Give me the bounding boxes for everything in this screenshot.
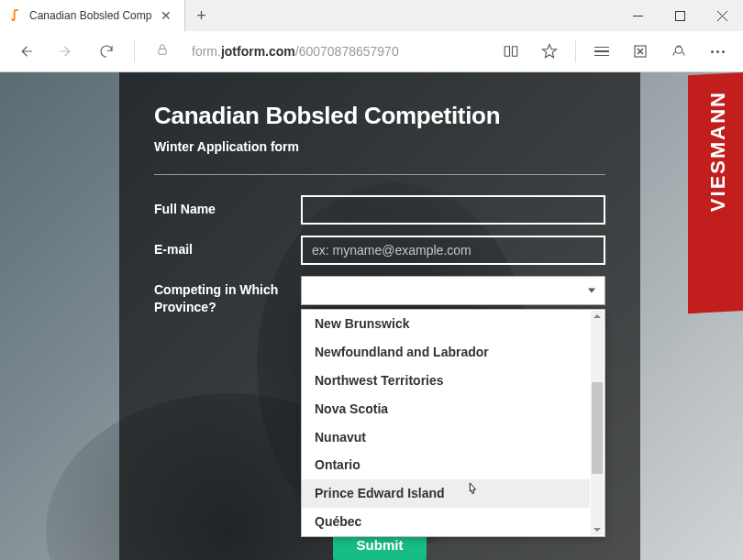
share-icon[interactable] xyxy=(660,33,697,70)
province-option[interactable]: Nunavut xyxy=(302,423,590,452)
scroll-thumb[interactable] xyxy=(592,382,603,474)
province-option[interactable]: Northwest Territories xyxy=(302,367,590,395)
dropdown-scrollbar[interactable] xyxy=(591,311,604,535)
province-label: Competing in Which Province? xyxy=(154,276,301,316)
lock-icon xyxy=(156,43,169,60)
scroll-down-icon[interactable] xyxy=(593,528,601,532)
full-name-label: Full Name xyxy=(154,195,301,218)
form-row-province: Competing in Which Province? New Brunswi… xyxy=(154,276,605,316)
form-card: Canadian Bobsled Competition Winter Appl… xyxy=(119,72,640,560)
window-controls xyxy=(616,0,743,31)
province-option[interactable]: Newfoundland and Labrador xyxy=(302,338,590,367)
province-option[interactable]: Québec xyxy=(302,508,590,536)
notes-icon[interactable] xyxy=(622,33,659,70)
email-label: E-mail xyxy=(154,236,301,258)
province-option[interactable]: Prince Edward Island xyxy=(302,479,590,508)
back-button[interactable] xyxy=(7,33,44,70)
toolbar-separator xyxy=(134,40,135,62)
full-name-input[interactable] xyxy=(301,195,605,225)
refresh-button[interactable] xyxy=(88,33,125,70)
tab-title: Canadian Bobsled Comp xyxy=(29,9,151,22)
province-dropdown: New BrunswickNewfoundland and LabradorNo… xyxy=(301,309,605,537)
close-window-button[interactable] xyxy=(701,0,743,31)
favorite-icon[interactable] xyxy=(531,33,568,70)
address-bar[interactable]: form.jotform.com/60070878657970 xyxy=(184,37,489,66)
svg-rect-1 xyxy=(675,11,684,20)
email-input[interactable] xyxy=(301,236,605,265)
form-title: Canadian Bobsled Competition xyxy=(154,102,605,130)
cursor-pointer-icon xyxy=(465,482,480,503)
form-subtitle: Winter Application form xyxy=(154,139,605,154)
province-option[interactable]: New Brunswick xyxy=(302,310,590,338)
forward-button[interactable] xyxy=(48,33,84,70)
form-row-email: E-mail xyxy=(154,236,605,265)
jotform-favicon-icon xyxy=(9,8,24,23)
url-text: form.jotform.com/60070878657970 xyxy=(192,44,399,59)
province-option[interactable]: Nova Scotia xyxy=(302,395,590,423)
site-info-button[interactable] xyxy=(144,33,181,70)
form-row-full-name: Full Name xyxy=(154,195,605,225)
browser-chrome: Canadian Bobsled Comp ✕ + xyxy=(0,0,743,72)
bg-banner-text: VIESMANN xyxy=(706,91,730,212)
chevron-down-icon xyxy=(588,289,595,293)
toolbar: form.jotform.com/60070878657970 xyxy=(0,31,743,71)
more-icon[interactable] xyxy=(699,33,736,70)
minimize-button[interactable] xyxy=(616,0,659,31)
toolbar-separator-2 xyxy=(575,40,576,62)
maximize-button[interactable] xyxy=(659,0,701,31)
new-tab-button[interactable]: + xyxy=(185,0,216,31)
toolbar-right xyxy=(493,33,736,70)
scroll-up-icon[interactable] xyxy=(593,314,601,318)
browser-tab[interactable]: Canadian Bobsled Comp ✕ xyxy=(0,0,185,31)
province-select[interactable] xyxy=(301,276,605,305)
province-option[interactable]: Ontario xyxy=(302,451,590,479)
tab-close-icon[interactable]: ✕ xyxy=(157,8,175,23)
svg-rect-4 xyxy=(159,49,166,54)
page-content: VIESMANN Canadian Bobsled Competition Wi… xyxy=(0,72,743,560)
form-divider xyxy=(154,174,605,175)
hub-icon[interactable] xyxy=(583,33,620,70)
reading-view-icon[interactable] xyxy=(493,33,529,70)
tab-bar: Canadian Bobsled Comp ✕ + xyxy=(0,0,743,31)
